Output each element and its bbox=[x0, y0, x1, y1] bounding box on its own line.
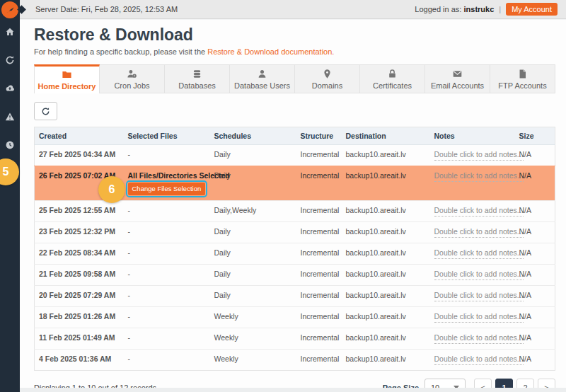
cell-created: 4 Feb 2025 01:36 AM bbox=[35, 350, 125, 371]
cell-created: 23 Feb 2025 12:32 PM bbox=[35, 222, 125, 243]
cell-size: N/A bbox=[516, 222, 555, 243]
tab-label: Domains bbox=[312, 81, 342, 90]
tab-label: Cron Jobs bbox=[114, 81, 149, 90]
cell-notes[interactable]: Double click to add notes... bbox=[432, 307, 516, 328]
cell-notes[interactable]: Double click to add notes... bbox=[432, 328, 516, 350]
tab-databases[interactable]: Databases bbox=[165, 64, 230, 93]
tab-bar: Home DirectoryCron JobsDatabasesDatabase… bbox=[34, 64, 555, 93]
tab-certificates[interactable]: Certificates bbox=[360, 64, 425, 93]
backup-row[interactable]: 23 Feb 2025 12:32 PM-DailyIncrementalbac… bbox=[35, 222, 555, 243]
cell-structure: Incremental bbox=[298, 222, 343, 243]
cell-structure: Incremental bbox=[298, 243, 343, 265]
selected-files-text: - bbox=[128, 270, 131, 278]
change-files-selection-button[interactable]: Change Files Selection bbox=[128, 183, 206, 195]
cell-created: 25 Feb 2025 12:55 AM bbox=[35, 201, 125, 222]
cell-size: N/A bbox=[516, 166, 555, 201]
cell-selected-files: - bbox=[125, 145, 212, 166]
column-header-created: Created bbox=[35, 127, 125, 145]
selected-files-text: - bbox=[128, 206, 131, 214]
cell-notes[interactable]: Double click to add notes... bbox=[432, 350, 516, 371]
help-text-static: For help finding a specific backup, plea… bbox=[34, 47, 205, 56]
cell-schedules: Daily bbox=[212, 145, 298, 166]
cell-size: N/A bbox=[516, 145, 555, 166]
username: instrukc bbox=[463, 5, 494, 13]
documentation-link[interactable]: Restore & Download documentation. bbox=[207, 47, 334, 56]
notes-placeholder[interactable]: Double click to add notes... bbox=[434, 291, 524, 301]
cell-structure: Incremental bbox=[298, 166, 343, 201]
my-account-button[interactable]: My Account bbox=[506, 3, 558, 16]
database-icon bbox=[192, 69, 202, 79]
sidebar-nav bbox=[0, 27, 20, 150]
cell-selected-files: All Files/Directories SelectedChange Fil… bbox=[125, 166, 212, 201]
cell-size: N/A bbox=[516, 328, 555, 350]
tab-label: Certificates bbox=[373, 81, 412, 90]
cell-schedules: Daily bbox=[212, 243, 298, 265]
cell-created: 18 Feb 2025 01:26 AM bbox=[35, 307, 125, 328]
jetbackup-logo[interactable] bbox=[1, 1, 18, 18]
backup-row[interactable]: 27 Feb 2025 04:34 AM-DailyIncrementalbac… bbox=[35, 145, 555, 166]
pin-icon bbox=[322, 69, 333, 79]
tab-home-directory[interactable]: Home Directory bbox=[34, 64, 100, 93]
backup-row[interactable]: 21 Feb 2025 09:58 AM-DailyIncrementalbac… bbox=[35, 265, 555, 286]
cell-selected-files: - bbox=[125, 222, 212, 243]
backup-row[interactable]: 25 Feb 2025 12:55 AM-Daily,WeeklyIncreme… bbox=[35, 201, 555, 222]
tab-database-users[interactable]: Database Users bbox=[230, 64, 295, 93]
jet-icon bbox=[5, 5, 16, 16]
notes-placeholder[interactable]: Double click to add notes... bbox=[434, 312, 524, 323]
notes-placeholder[interactable]: Double click to add notes... bbox=[434, 248, 524, 259]
sidebar-restore-icon[interactable] bbox=[5, 55, 15, 65]
sidebar-clock-icon[interactable] bbox=[5, 140, 15, 150]
tab-cron-jobs[interactable]: Cron Jobs bbox=[100, 64, 165, 93]
backup-row[interactable]: 18 Feb 2025 01:26 AM-WeeklyIncrementalba… bbox=[35, 307, 555, 328]
notes-placeholder[interactable]: Double click to add notes... bbox=[434, 354, 524, 365]
bottom-strip bbox=[20, 388, 566, 392]
notes-placeholder[interactable]: Double click to add notes... bbox=[434, 333, 524, 344]
tab-label: Databases bbox=[178, 81, 216, 90]
cell-destination: backup10.areait.lv bbox=[343, 265, 432, 286]
notes-placeholder[interactable]: Double click to add notes... bbox=[434, 171, 524, 182]
help-text: For help finding a specific backup, plea… bbox=[34, 47, 555, 56]
refresh-button[interactable] bbox=[34, 102, 57, 120]
sidebar-alerts-icon[interactable] bbox=[5, 112, 15, 122]
table-header-row: CreatedSelected FilesSchedulesStructureD… bbox=[35, 127, 555, 145]
cell-structure: Incremental bbox=[298, 201, 343, 222]
notes-placeholder[interactable]: Double click to add notes... bbox=[434, 206, 524, 217]
tab-domains[interactable]: Domains bbox=[295, 64, 360, 93]
cell-notes[interactable]: Double click to add notes... bbox=[432, 201, 516, 222]
cell-created: 22 Feb 2025 08:34 AM bbox=[35, 243, 125, 265]
cell-destination: backup10.areait.lv bbox=[343, 166, 432, 201]
page-title: Restore & Download bbox=[34, 25, 555, 45]
tab-label: Email Accounts bbox=[431, 81, 484, 90]
tab-ftp-accounts[interactable]: FTP Accounts bbox=[490, 64, 555, 93]
cell-notes[interactable]: Double click to add notes... bbox=[432, 243, 516, 265]
cell-notes[interactable]: Double click to add notes... bbox=[432, 222, 516, 243]
cell-schedules: Daily bbox=[212, 166, 298, 201]
backup-row[interactable]: 4 Feb 2025 01:36 AM-WeeklyIncrementalbac… bbox=[35, 350, 555, 371]
cell-structure: Incremental bbox=[298, 265, 343, 286]
cell-size: N/A bbox=[516, 286, 555, 307]
cell-created: 20 Feb 2025 07:29 AM bbox=[35, 286, 125, 307]
sidebar-cloud-download-icon[interactable] bbox=[5, 83, 15, 93]
backup-row[interactable]: 11 Feb 2025 01:49 AM-WeeklyIncrementalba… bbox=[35, 328, 555, 350]
cell-notes[interactable]: Double click to add notes... bbox=[432, 286, 516, 307]
notes-placeholder[interactable]: Double click to add notes... bbox=[434, 227, 524, 238]
column-header-structure: Structure bbox=[298, 127, 343, 145]
cell-notes[interactable]: Double click to add notes... bbox=[432, 145, 516, 166]
backup-row[interactable]: 20 Feb 2025 07:29 AM-DailyIncrementalbac… bbox=[35, 286, 555, 307]
selected-files-text: - bbox=[128, 333, 131, 342]
tab-label: FTP Accounts bbox=[498, 81, 546, 90]
cell-created: 11 Feb 2025 01:49 AM bbox=[35, 328, 125, 350]
column-header-destination: Destination bbox=[343, 127, 432, 145]
notes-placeholder[interactable]: Double click to add notes... bbox=[434, 270, 524, 280]
cell-schedules: Daily bbox=[212, 222, 298, 243]
sidebar-home-icon[interactable] bbox=[5, 27, 15, 37]
cell-destination: backup10.areait.lv bbox=[343, 201, 432, 222]
cell-notes[interactable]: Double click to add notes... bbox=[432, 265, 516, 286]
cell-notes[interactable]: Double click to add notes... bbox=[432, 166, 516, 201]
cell-destination: backup10.areait.lv bbox=[343, 350, 432, 371]
user-icon bbox=[257, 69, 267, 79]
tab-email-accounts[interactable]: Email Accounts bbox=[425, 64, 490, 93]
cell-destination: backup10.areait.lv bbox=[343, 286, 432, 307]
backup-row[interactable]: 22 Feb 2025 08:34 AM-DailyIncrementalbac… bbox=[35, 243, 555, 265]
notes-placeholder[interactable]: Double click to add notes... bbox=[434, 150, 524, 161]
